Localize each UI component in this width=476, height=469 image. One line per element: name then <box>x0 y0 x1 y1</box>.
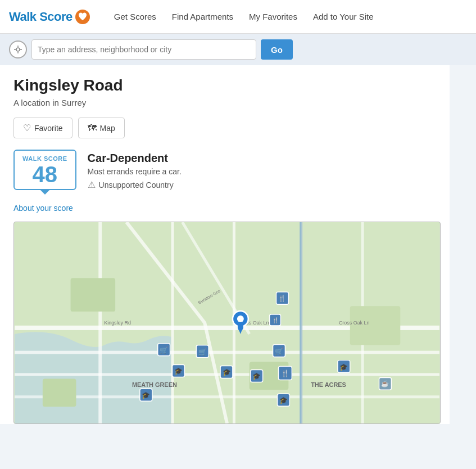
logo-text: Walk Score <box>9 10 72 24</box>
warning-text: Unsupported Country <box>99 181 174 190</box>
nav-find-apartments[interactable]: Find Apartments <box>166 10 239 24</box>
favorite-label: Favorite <box>34 124 63 133</box>
svg-text:MEATH GREEN: MEATH GREEN <box>132 381 177 388</box>
map-container[interactable]: MEATH GREEN THE ACRES Kingsley Rd Cross … <box>13 222 441 424</box>
warning-icon: ⚠ <box>88 179 96 190</box>
score-warning: ⚠ Unsupported Country <box>88 179 182 190</box>
score-description: Most errands require a car. <box>88 167 182 176</box>
logo-link[interactable]: Walk Score <box>9 9 90 25</box>
search-bar: Go <box>0 34 476 65</box>
walk-score-number: 48 <box>33 162 58 187</box>
svg-text:🛒: 🛒 <box>275 347 283 355</box>
svg-text:🍴: 🍴 <box>278 294 286 302</box>
svg-rect-26 <box>300 222 301 423</box>
svg-text:🎓: 🎓 <box>142 391 150 399</box>
svg-rect-19 <box>43 378 76 407</box>
map-button[interactable]: 🗺 Map <box>78 118 125 138</box>
map-svg: MEATH GREEN THE ACRES Kingsley Rd Cross … <box>14 222 440 423</box>
svg-text:Kingsley Rd: Kingsley Rd <box>104 320 131 326</box>
nav-my-favorites[interactable]: My Favorites <box>243 10 303 24</box>
location-icon <box>13 45 22 54</box>
svg-rect-16 <box>71 278 116 312</box>
svg-text:🎓: 🎓 <box>339 363 348 371</box>
svg-text:☕: ☕ <box>381 380 389 387</box>
svg-rect-10 <box>15 395 439 398</box>
svg-text:Cross Oak Ln: Cross Oak Ln <box>339 320 370 326</box>
action-buttons: ♡ Favorite 🗺 Map <box>13 118 436 138</box>
favorite-button[interactable]: ♡ Favorite <box>13 118 72 138</box>
about-score-link[interactable]: About your score <box>13 204 73 213</box>
walk-score-label: Walk Score <box>22 155 67 162</box>
svg-rect-8 <box>15 351 439 354</box>
nav: Get Scores Find Apartments My Favorites … <box>108 10 379 24</box>
location-button[interactable] <box>9 40 27 58</box>
go-button[interactable]: Go <box>261 39 293 60</box>
svg-text:🛒: 🛒 <box>160 346 168 354</box>
heart-icon: ♡ <box>23 123 31 133</box>
map-icon: 🗺 <box>88 123 97 133</box>
score-details: Car-Dependent Most errands require a car… <box>88 150 182 190</box>
map-label: Map <box>100 124 115 133</box>
content: Kingsley Road A location in Surrey ♡ Fav… <box>0 65 450 424</box>
page-title: Kingsley Road <box>13 76 436 94</box>
svg-text:🎓: 🎓 <box>279 396 288 404</box>
svg-point-61 <box>237 315 244 322</box>
svg-text:🎓: 🎓 <box>223 368 231 376</box>
search-input[interactable] <box>31 39 256 60</box>
score-section: Walk Score 48 Car-Dependent Most errands… <box>13 150 436 190</box>
svg-text:🎓: 🎓 <box>174 367 183 375</box>
svg-text:THE ACRES: THE ACRES <box>311 381 346 388</box>
walk-score-badge: Walk Score 48 <box>13 150 76 190</box>
score-rating: Car-Dependent <box>88 152 182 165</box>
svg-text:🍴: 🍴 <box>281 369 289 377</box>
svg-rect-11 <box>98 222 102 423</box>
nav-add-to-site[interactable]: Add to Your Site <box>307 10 379 24</box>
svg-text:🍴: 🍴 <box>272 317 279 324</box>
svg-rect-12 <box>171 222 174 423</box>
svg-text:🛒: 🛒 <box>198 348 207 356</box>
svg-text:🎓: 🎓 <box>252 372 261 380</box>
logo-icon <box>75 9 90 25</box>
svg-point-1 <box>16 48 20 51</box>
nav-get-scores[interactable]: Get Scores <box>108 10 162 24</box>
page-subtitle: A location in Surrey <box>13 98 436 107</box>
header: Walk Score Get Scores Find Apartments My… <box>0 0 476 34</box>
